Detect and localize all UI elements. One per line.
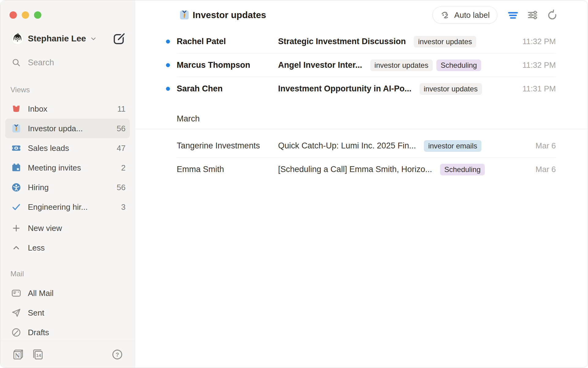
unread-dot	[166, 87, 170, 91]
group-gap	[135, 129, 588, 134]
email-subject: Angel Investor Inter...	[278, 60, 362, 70]
pencil-circle-icon	[11, 327, 21, 338]
sidebar-item-count: 56	[117, 183, 126, 192]
filter-icon[interactable]	[507, 9, 519, 21]
email-row[interactable]: Marcus Thompson Angel Investor Inter... …	[135, 53, 588, 77]
minimize-window-button[interactable]	[22, 11, 29, 19]
unread-indicator-slot	[166, 40, 177, 44]
unread-indicator-slot	[166, 87, 177, 91]
person-circle-icon	[11, 182, 21, 193]
views-section-label: Views	[10, 86, 30, 94]
notion-calendar-icon[interactable]: 14	[31, 348, 44, 361]
header-controls: Auto label	[432, 0, 558, 30]
inbox-tray-icon	[11, 104, 21, 114]
search-placeholder: Search	[28, 58, 54, 67]
app-window: Stephanie Lee Search	[0, 0, 588, 368]
email-row[interactable]: Tangerine Investments Quick Catch-Up: Lu…	[135, 134, 588, 158]
email-row[interactable]: Rachel Patel Strategic Investment Discus…	[135, 30, 588, 53]
sidebar: Stephanie Lee Search	[0, 0, 135, 368]
email-row[interactable]: Emma Smith [Scheduling a Call] Emma Smit…	[135, 158, 588, 181]
sidebar-item-hiring[interactable]: Hiring 56	[5, 178, 130, 197]
sliders-icon[interactable]	[527, 9, 538, 21]
mail-list: All Mail Sent	[0, 283, 135, 342]
close-window-button[interactable]	[9, 11, 17, 19]
sidebar-footer: N 14 ?	[0, 341, 135, 368]
sidebar-item-label: Inbox	[28, 104, 47, 114]
email-sender: Tangerine Investments	[177, 141, 278, 151]
sidebar-item-label: Meeting invites	[28, 163, 81, 173]
email-row[interactable]: Sarah Chen Investment Opportunity in AI-…	[135, 77, 588, 101]
sidebar-item-count: 11	[117, 104, 126, 114]
unread-dot	[166, 40, 170, 44]
calendar-icon	[11, 163, 21, 173]
sidebar-item-meeting-invites[interactable]: Meeting invites 2	[5, 158, 130, 178]
group-header-march: March	[135, 101, 588, 129]
sidebar-item-sales-leads[interactable]: Sales leads 47	[5, 138, 130, 158]
profile-name: Stephanie Lee	[28, 34, 86, 44]
search-input[interactable]: Search	[11, 57, 54, 68]
banknote-icon	[11, 143, 21, 153]
tag-pill[interactable]: investor updates	[370, 59, 433, 71]
email-sender: Emma Smith	[177, 165, 278, 174]
sidebar-item-count: 56	[117, 124, 126, 133]
email-subject: Quick Catch-Up: Lumi Inc. 2025 Fin...	[278, 141, 416, 151]
sidebar-item-sent[interactable]: Sent	[5, 303, 130, 323]
sidebar-item-label: Hiring	[28, 183, 49, 192]
unread-indicator-slot	[166, 63, 177, 67]
mail-section-label: Mail	[10, 270, 24, 278]
tag-pill[interactable]: Scheduling	[440, 164, 485, 175]
avatar	[11, 33, 24, 45]
sidebar-item-count: 3	[121, 202, 126, 212]
plus-icon	[11, 223, 21, 233]
auto-label-icon	[440, 10, 450, 20]
unread-indicator-slot	[166, 167, 177, 171]
new-view-button[interactable]: New view	[5, 218, 130, 238]
tag-pill[interactable]: Scheduling	[436, 59, 481, 71]
email-tags: investor emails	[424, 140, 481, 152]
email-tags: investor updates	[414, 36, 476, 48]
sidebar-item-label: Engineering hir...	[28, 202, 88, 212]
email-time: 11:31 PM	[516, 84, 556, 94]
chevron-up-icon	[11, 243, 21, 253]
sidebar-item-label: Drafts	[28, 328, 49, 337]
email-list: Rachel Patel Strategic Investment Discus…	[135, 30, 588, 181]
tag-pill[interactable]: investor updates	[420, 83, 482, 95]
sidebar-item-label: Sent	[28, 308, 44, 318]
auto-label-button[interactable]: Auto label	[432, 6, 497, 24]
search-icon	[11, 57, 21, 68]
view-header: Investor updates Auto label	[135, 0, 588, 30]
unread-indicator-slot	[166, 144, 177, 148]
notion-logo-icon[interactable]: N	[11, 348, 24, 361]
new-view-label: New view	[28, 224, 62, 233]
refresh-icon[interactable]	[546, 9, 558, 21]
window-controls	[9, 11, 41, 19]
account-switcher[interactable]: Stephanie Lee	[11, 33, 126, 45]
email-tags: investor updates	[420, 83, 482, 95]
email-time: 11:32 PM	[516, 60, 556, 70]
page-title: Investor updates	[193, 10, 266, 20]
email-sender: Marcus Thompson	[177, 60, 278, 70]
sidebar-item-engineering-hiring[interactable]: Engineering hir... 3	[5, 197, 130, 217]
sidebar-item-count: 47	[117, 144, 126, 153]
help-icon[interactable]: ?	[111, 348, 124, 361]
svg-text:N: N	[15, 352, 20, 358]
zoom-window-button[interactable]	[34, 11, 41, 19]
checkmark-icon	[11, 202, 21, 212]
compose-button[interactable]	[112, 32, 126, 46]
sidebar-item-inbox[interactable]: Inbox 11	[5, 99, 130, 119]
email-sender: Sarah Chen	[177, 84, 278, 94]
less-button[interactable]: Less	[5, 238, 130, 258]
email-subject: Strategic Investment Discussion	[278, 37, 406, 46]
views-actions: New view Less	[0, 218, 135, 258]
tag-pill[interactable]: investor emails	[424, 140, 481, 152]
sidebar-item-drafts[interactable]: Drafts	[5, 323, 130, 342]
sidebar-item-all-mail[interactable]: All Mail	[5, 283, 130, 303]
sidebar-item-investor-updates[interactable]: Investor upda... 56	[5, 119, 130, 138]
paper-plane-icon	[11, 308, 21, 318]
email-sender: Rachel Patel	[177, 37, 278, 46]
sidebar-item-label: Investor upda...	[28, 124, 83, 133]
email-time: Mar 6	[530, 165, 556, 174]
tag-pill[interactable]: investor updates	[414, 36, 476, 48]
auto-label-text: Auto label	[454, 10, 490, 20]
sidebar-item-label: All Mail	[28, 289, 54, 298]
